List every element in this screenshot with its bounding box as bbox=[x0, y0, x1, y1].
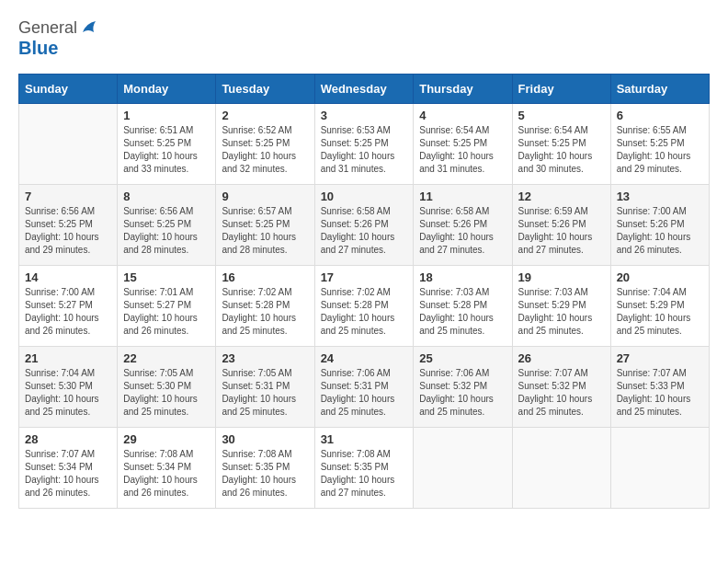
calendar-cell: 9Sunrise: 6:57 AMSunset: 5:25 PMDaylight… bbox=[216, 185, 314, 266]
day-detail: Sunrise: 7:08 AMSunset: 5:35 PMDaylight:… bbox=[222, 448, 308, 500]
day-detail: Sunrise: 6:57 AMSunset: 5:25 PMDaylight:… bbox=[222, 205, 308, 257]
header-monday: Monday bbox=[118, 75, 216, 104]
header-saturday: Saturday bbox=[610, 75, 709, 104]
calendar-cell: 30Sunrise: 7:08 AMSunset: 5:35 PMDayligh… bbox=[216, 428, 314, 509]
day-number: 3 bbox=[321, 109, 408, 122]
calendar-cell: 1Sunrise: 6:51 AMSunset: 5:25 PMDaylight… bbox=[118, 104, 216, 185]
calendar-cell: 2Sunrise: 6:52 AMSunset: 5:25 PMDaylight… bbox=[216, 104, 314, 185]
day-number: 23 bbox=[222, 351, 308, 365]
day-number: 20 bbox=[617, 270, 703, 284]
calendar-cell bbox=[19, 104, 118, 185]
day-detail: Sunrise: 6:55 AMSunset: 5:25 PMDaylight:… bbox=[617, 124, 703, 176]
calendar-cell: 21Sunrise: 7:04 AMSunset: 5:30 PMDayligh… bbox=[19, 347, 118, 428]
calendar-cell: 31Sunrise: 7:08 AMSunset: 5:35 PMDayligh… bbox=[314, 428, 414, 509]
page-header: General Blue bbox=[18, 18, 710, 59]
day-number: 8 bbox=[123, 190, 210, 203]
calendar-cell: 13Sunrise: 7:00 AMSunset: 5:26 PMDayligh… bbox=[610, 185, 709, 266]
day-detail: Sunrise: 7:02 AMSunset: 5:28 PMDaylight:… bbox=[222, 286, 308, 338]
day-number: 16 bbox=[222, 270, 308, 284]
day-detail: Sunrise: 7:08 AMSunset: 5:34 PMDaylight:… bbox=[123, 448, 210, 500]
calendar-cell: 8Sunrise: 6:56 AMSunset: 5:25 PMDaylight… bbox=[118, 185, 216, 266]
day-number: 9 bbox=[222, 190, 308, 203]
day-number: 6 bbox=[617, 109, 703, 122]
calendar-week-2: 7Sunrise: 6:56 AMSunset: 5:25 PMDaylight… bbox=[19, 185, 710, 266]
day-detail: Sunrise: 6:51 AMSunset: 5:25 PMDaylight:… bbox=[123, 124, 210, 176]
header-tuesday: Tuesday bbox=[216, 75, 314, 104]
day-detail: Sunrise: 7:03 AMSunset: 5:28 PMDaylight:… bbox=[419, 286, 506, 338]
day-detail: Sunrise: 7:07 AMSunset: 5:32 PMDaylight:… bbox=[518, 367, 605, 419]
calendar-week-4: 21Sunrise: 7:04 AMSunset: 5:30 PMDayligh… bbox=[19, 347, 710, 428]
day-detail: Sunrise: 7:06 AMSunset: 5:32 PMDaylight:… bbox=[419, 367, 506, 419]
calendar-cell: 10Sunrise: 6:58 AMSunset: 5:26 PMDayligh… bbox=[314, 185, 414, 266]
day-detail: Sunrise: 6:56 AMSunset: 5:25 PMDaylight:… bbox=[25, 205, 111, 257]
calendar-cell: 22Sunrise: 7:05 AMSunset: 5:30 PMDayligh… bbox=[118, 347, 216, 428]
calendar-cell: 23Sunrise: 7:05 AMSunset: 5:31 PMDayligh… bbox=[216, 347, 314, 428]
header-thursday: Thursday bbox=[414, 75, 512, 104]
calendar-cell: 29Sunrise: 7:08 AMSunset: 5:34 PMDayligh… bbox=[118, 428, 216, 509]
calendar-cell: 26Sunrise: 7:07 AMSunset: 5:32 PMDayligh… bbox=[512, 347, 610, 428]
calendar-table: SundayMondayTuesdayWednesdayThursdayFrid… bbox=[18, 74, 710, 509]
day-detail: Sunrise: 7:00 AMSunset: 5:26 PMDaylight:… bbox=[617, 205, 703, 257]
calendar-cell bbox=[610, 428, 709, 509]
day-number: 2 bbox=[222, 109, 308, 122]
day-number: 29 bbox=[123, 432, 210, 446]
day-detail: Sunrise: 7:04 AMSunset: 5:29 PMDaylight:… bbox=[617, 286, 703, 338]
day-detail: Sunrise: 7:04 AMSunset: 5:30 PMDaylight:… bbox=[25, 367, 111, 419]
day-number: 25 bbox=[419, 351, 506, 365]
day-detail: Sunrise: 7:07 AMSunset: 5:33 PMDaylight:… bbox=[617, 367, 703, 419]
calendar-cell: 3Sunrise: 6:53 AMSunset: 5:25 PMDaylight… bbox=[314, 104, 414, 185]
calendar-cell: 19Sunrise: 7:03 AMSunset: 5:29 PMDayligh… bbox=[512, 266, 610, 347]
day-number: 28 bbox=[25, 432, 111, 446]
day-detail: Sunrise: 6:53 AMSunset: 5:25 PMDaylight:… bbox=[321, 124, 408, 176]
day-detail: Sunrise: 6:59 AMSunset: 5:26 PMDaylight:… bbox=[518, 205, 605, 257]
day-number: 15 bbox=[123, 270, 210, 284]
day-detail: Sunrise: 6:56 AMSunset: 5:25 PMDaylight:… bbox=[123, 205, 210, 257]
logo: General Blue bbox=[18, 18, 99, 59]
logo-bird-icon bbox=[79, 19, 99, 36]
calendar-header-row: SundayMondayTuesdayWednesdayThursdayFrid… bbox=[19, 75, 710, 104]
day-detail: Sunrise: 6:54 AMSunset: 5:25 PMDaylight:… bbox=[518, 124, 605, 176]
calendar-cell: 28Sunrise: 7:07 AMSunset: 5:34 PMDayligh… bbox=[19, 428, 118, 509]
day-number: 14 bbox=[25, 270, 111, 284]
day-detail: Sunrise: 7:02 AMSunset: 5:28 PMDaylight:… bbox=[321, 286, 408, 338]
calendar-cell: 18Sunrise: 7:03 AMSunset: 5:28 PMDayligh… bbox=[414, 266, 512, 347]
day-number: 1 bbox=[123, 109, 210, 122]
calendar-cell: 15Sunrise: 7:01 AMSunset: 5:27 PMDayligh… bbox=[118, 266, 216, 347]
day-detail: Sunrise: 6:52 AMSunset: 5:25 PMDaylight:… bbox=[222, 124, 308, 176]
logo-blue: Blue bbox=[18, 38, 58, 58]
calendar-cell: 5Sunrise: 6:54 AMSunset: 5:25 PMDaylight… bbox=[512, 104, 610, 185]
calendar-cell: 4Sunrise: 6:54 AMSunset: 5:25 PMDaylight… bbox=[414, 104, 512, 185]
day-number: 12 bbox=[518, 190, 605, 203]
day-detail: Sunrise: 7:08 AMSunset: 5:35 PMDaylight:… bbox=[321, 448, 408, 500]
calendar-cell: 7Sunrise: 6:56 AMSunset: 5:25 PMDaylight… bbox=[19, 185, 118, 266]
day-detail: Sunrise: 6:54 AMSunset: 5:25 PMDaylight:… bbox=[419, 124, 506, 176]
logo-general: General bbox=[18, 18, 77, 38]
calendar-cell: 25Sunrise: 7:06 AMSunset: 5:32 PMDayligh… bbox=[414, 347, 512, 428]
header-friday: Friday bbox=[512, 75, 610, 104]
calendar-week-3: 14Sunrise: 7:00 AMSunset: 5:27 PMDayligh… bbox=[19, 266, 710, 347]
header-sunday: Sunday bbox=[19, 75, 118, 104]
day-detail: Sunrise: 7:05 AMSunset: 5:30 PMDaylight:… bbox=[123, 367, 210, 419]
day-number: 22 bbox=[123, 351, 210, 365]
calendar-week-5: 28Sunrise: 7:07 AMSunset: 5:34 PMDayligh… bbox=[19, 428, 710, 509]
day-number: 4 bbox=[419, 109, 506, 122]
day-detail: Sunrise: 7:06 AMSunset: 5:31 PMDaylight:… bbox=[321, 367, 408, 419]
day-number: 24 bbox=[321, 351, 408, 365]
calendar-cell: 20Sunrise: 7:04 AMSunset: 5:29 PMDayligh… bbox=[610, 266, 709, 347]
day-detail: Sunrise: 7:00 AMSunset: 5:27 PMDaylight:… bbox=[25, 286, 111, 338]
day-number: 10 bbox=[321, 190, 408, 203]
calendar-cell: 14Sunrise: 7:00 AMSunset: 5:27 PMDayligh… bbox=[19, 266, 118, 347]
day-number: 13 bbox=[617, 190, 703, 203]
day-number: 11 bbox=[419, 190, 506, 203]
calendar-cell bbox=[414, 428, 512, 509]
calendar-cell: 16Sunrise: 7:02 AMSunset: 5:28 PMDayligh… bbox=[216, 266, 314, 347]
day-detail: Sunrise: 7:05 AMSunset: 5:31 PMDaylight:… bbox=[222, 367, 308, 419]
day-detail: Sunrise: 7:07 AMSunset: 5:34 PMDaylight:… bbox=[25, 448, 111, 500]
day-detail: Sunrise: 7:03 AMSunset: 5:29 PMDaylight:… bbox=[518, 286, 605, 338]
day-number: 31 bbox=[321, 432, 408, 446]
day-number: 27 bbox=[617, 351, 703, 365]
day-detail: Sunrise: 6:58 AMSunset: 5:26 PMDaylight:… bbox=[321, 205, 408, 257]
header-wednesday: Wednesday bbox=[314, 75, 414, 104]
calendar-cell: 24Sunrise: 7:06 AMSunset: 5:31 PMDayligh… bbox=[314, 347, 414, 428]
calendar-cell: 6Sunrise: 6:55 AMSunset: 5:25 PMDaylight… bbox=[610, 104, 709, 185]
